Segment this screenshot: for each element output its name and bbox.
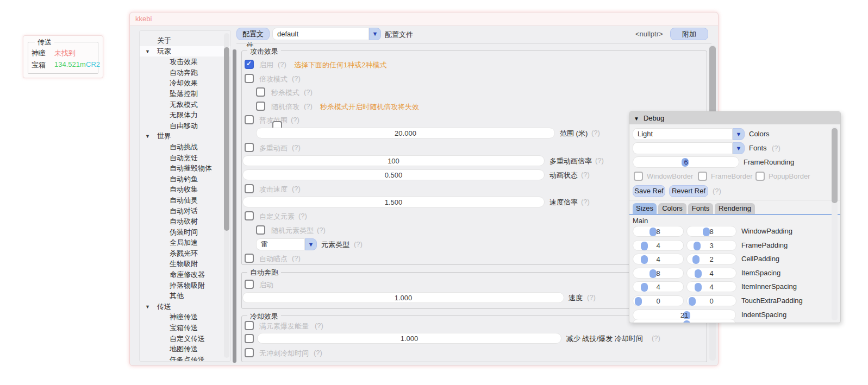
sidebar-item[interactable]: 自由移动 xyxy=(140,121,230,131)
window-border-checkbox[interactable] xyxy=(634,172,643,181)
fonts-combo[interactable] xyxy=(633,142,733,154)
sidebar-item[interactable]: 自动收集 xyxy=(140,184,230,195)
sidebar-item[interactable]: 神瞳传送 xyxy=(140,312,230,323)
double-attack-checkbox[interactable] xyxy=(245,74,254,83)
sidebar-item[interactable]: 攻击效果 xyxy=(140,56,230,67)
sidebar-item[interactable]: 自动奔跑 xyxy=(140,67,230,78)
popup-border-checkbox[interactable] xyxy=(755,172,765,181)
sidebar-item[interactable]: ▼世界 xyxy=(140,131,230,142)
main-window-titlebar[interactable]: kkebi xyxy=(130,12,718,26)
CellPadding-slider-y[interactable]: 2 xyxy=(686,254,736,264)
random-element-checkbox[interactable] xyxy=(256,225,265,235)
sidebar-item[interactable]: 自动砍树 xyxy=(140,216,230,227)
WindowPadding-slider-y[interactable]: 8 xyxy=(686,226,736,237)
sidebar-item[interactable]: 全局加速 xyxy=(140,237,230,248)
fonts-combo-arrow-icon[interactable]: ▼ xyxy=(733,142,745,154)
colors-combo-arrow-icon[interactable]: ▼ xyxy=(733,128,745,140)
no-dash-cooldown-checkbox[interactable] xyxy=(245,348,254,357)
tab-colors[interactable]: Colors xyxy=(658,203,686,214)
anim-state-slider[interactable]: 0.500 xyxy=(242,169,545,180)
teleport-group-title: 传送 xyxy=(35,37,54,47)
sidebar-item[interactable]: 自定义传送 xyxy=(140,333,230,344)
tree-collapse-arrow-icon[interactable]: ▼ xyxy=(145,302,150,313)
debug-window-titlebar[interactable]: ▼Debug xyxy=(629,112,840,124)
help-marker: (?) xyxy=(772,144,780,152)
sidebar-item[interactable]: 自动烹饪 xyxy=(140,153,230,163)
element-type-combo[interactable]: 雷 xyxy=(256,238,305,250)
multi-anim-checkbox[interactable] xyxy=(245,143,254,152)
sidebar-item[interactable]: 坠落控制 xyxy=(140,89,230,99)
sidebar-item[interactable]: 自动钓鱼 xyxy=(140,174,230,185)
help-marker: (?) xyxy=(298,212,307,220)
attack-enable-checkbox[interactable] xyxy=(245,60,254,69)
multi-anim-rate-slider[interactable]: 100 xyxy=(242,155,545,166)
ItemInnerSpacing-slider-x[interactable]: 4 xyxy=(633,281,684,292)
tree-collapse-arrow-icon[interactable]: ▼ xyxy=(145,131,150,142)
collapse-arrow-icon[interactable]: ▼ xyxy=(634,116,639,122)
sidebar-item[interactable]: 自动摧毁物体 xyxy=(140,163,230,174)
sidebar-item[interactable]: 生物吸附 xyxy=(140,258,230,269)
sidebar-item[interactable]: 无限体力 xyxy=(140,110,230,121)
attack-range-checkbox[interactable] xyxy=(245,115,254,124)
attach-button[interactable]: 附加 xyxy=(670,28,708,40)
sidebar-item[interactable]: 自动仙灵 xyxy=(140,195,230,206)
autorun-enable-checkbox[interactable] xyxy=(245,280,254,289)
sidebar-item[interactable]: 命座修改器 xyxy=(140,269,230,280)
speed-rate-slider[interactable]: 1.500 xyxy=(242,197,545,207)
ItemSpacing-slider-y[interactable]: 4 xyxy=(686,268,736,279)
element-type-combo-arrow-icon[interactable]: ▼ xyxy=(305,238,317,250)
CellPadding-slider-x[interactable]: 4 xyxy=(633,254,684,264)
sidebar-item[interactable]: ▼玩家 xyxy=(140,46,230,57)
TouchExtraPadding-slider-x[interactable]: 0 xyxy=(633,295,684,306)
clipped-bottom-slider[interactable] xyxy=(633,319,736,323)
frame-border-checkbox[interactable] xyxy=(698,172,707,181)
tree-collapse-arrow-icon[interactable]: ▼ xyxy=(145,47,150,58)
tab-fonts[interactable]: Fonts xyxy=(688,203,713,214)
tab-sizes[interactable]: Sizes xyxy=(633,203,657,214)
autorun-group-title: 自动奔跑 xyxy=(247,268,281,277)
sidebar-item[interactable]: 任务点传送 xyxy=(140,355,230,362)
sidebar-scrollbar-thumb[interactable] xyxy=(224,47,229,231)
profile-combo[interactable]: default xyxy=(272,28,369,40)
style-var-label: WindowPadding xyxy=(741,227,792,235)
debug-scrollbar-thumb[interactable] xyxy=(832,128,838,203)
TouchExtraPadding-slider-y[interactable]: 0 xyxy=(686,295,736,306)
tab-rendering[interactable]: Rendering xyxy=(715,203,755,214)
range-unit-label: 范围 (米) xyxy=(560,129,588,138)
revert-ref-button[interactable]: Revert Ref xyxy=(669,185,708,197)
sidebar-item[interactable]: 自动对话 xyxy=(140,206,230,217)
reduce-cooldown-slider[interactable]: 1.000 xyxy=(257,333,561,344)
sidebar-item[interactable]: 其他 xyxy=(140,291,230,301)
sidebar-item[interactable]: 地图传送 xyxy=(140,344,230,355)
auto-aim-checkbox[interactable] xyxy=(245,254,254,263)
frame-rounding-slider[interactable]: 6 xyxy=(633,156,739,168)
sidebar-item[interactable]: 关于 xyxy=(140,35,230,46)
instakill-checkbox[interactable] xyxy=(256,87,265,97)
WindowPadding-slider-x[interactable]: 8 xyxy=(633,226,684,237)
sidebar-item[interactable]: 宝箱传送 xyxy=(140,323,230,333)
sidebar-item[interactable]: 冷却效果 xyxy=(140,78,230,89)
attack-speed-checkbox[interactable] xyxy=(245,184,254,193)
sidebar-item[interactable]: ▼传送 xyxy=(140,301,230,312)
colors-style-combo[interactable]: Light xyxy=(633,128,733,140)
range-slider[interactable]: 20.000 xyxy=(256,128,555,138)
ItemSpacing-slider-x[interactable]: 8 xyxy=(633,268,684,279)
sidebar-item[interactable]: 自动挑战 xyxy=(140,142,230,153)
sidebar-splitter[interactable] xyxy=(233,49,236,363)
multi-anim-label: 多重动画 xyxy=(259,143,288,153)
FramePadding-slider-x[interactable]: 4 xyxy=(633,240,684,251)
sidebar-item[interactable]: 掉落物吸附 xyxy=(140,280,230,291)
save-ref-button[interactable]: Save Ref xyxy=(633,185,665,197)
custom-element-checkbox[interactable] xyxy=(245,211,254,220)
full-energy-checkbox[interactable] xyxy=(245,321,254,330)
ItemInnerSpacing-slider-y[interactable]: 4 xyxy=(686,281,736,292)
sidebar-item[interactable]: 杀戮光环 xyxy=(140,248,230,259)
reduce-cooldown-checkbox[interactable] xyxy=(245,334,254,343)
profile-combo-arrow-icon[interactable]: ▼ xyxy=(369,28,381,40)
autorun-speed-slider[interactable]: 1.000 xyxy=(242,292,564,303)
FramePadding-slider-y[interactable]: 3 xyxy=(686,240,736,251)
sidebar-item[interactable]: 伪装时间 xyxy=(140,227,230,238)
random-multiplier-checkbox[interactable] xyxy=(256,102,265,111)
profile-button[interactable]: 配置文件... xyxy=(236,28,270,40)
sidebar-item[interactable]: 无敌模式 xyxy=(140,99,230,110)
